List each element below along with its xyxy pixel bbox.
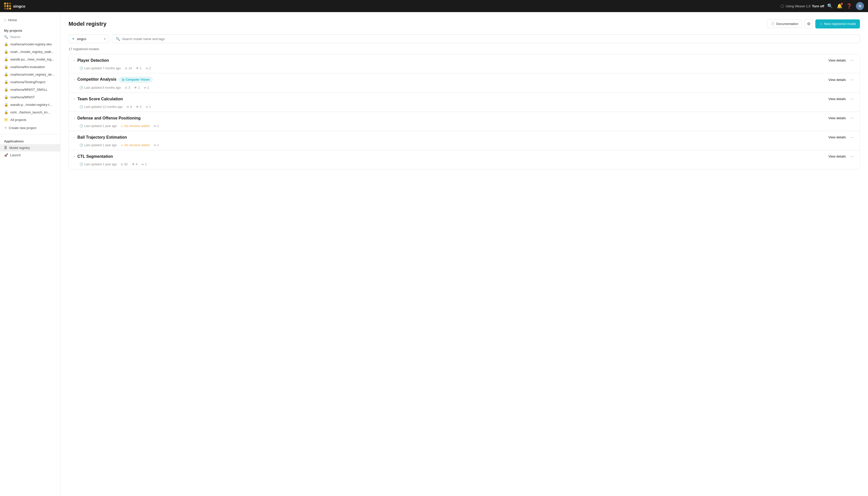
- sidebar-app-item[interactable]: 🚀Launch: [0, 152, 60, 159]
- meta-links: ⇔ 1: [141, 162, 147, 166]
- org-icon: ✦: [72, 37, 75, 41]
- link-count: 1: [149, 105, 151, 109]
- settings-button[interactable]: ⚙: [805, 19, 813, 29]
- sidebar-project-item[interactable]: 🔒noahluna/MNIST: [0, 93, 60, 101]
- expand-icon[interactable]: ›: [74, 78, 75, 81]
- model-search-input[interactable]: [122, 37, 856, 41]
- gear-icon: ⚙: [807, 22, 810, 26]
- weave-label: Using Weave 1.0: [786, 4, 810, 8]
- meta-links: ⇔ 1: [154, 143, 159, 147]
- clock-icon: 🕐: [79, 66, 83, 70]
- notifications-icon[interactable]: 🔔: [837, 3, 842, 9]
- sidebar-app-item[interactable]: 🗄Model registry: [0, 144, 60, 152]
- more-options-button[interactable]: ···: [849, 58, 855, 63]
- clock-icon: 🕐: [79, 143, 83, 147]
- versions-count: 14: [128, 66, 131, 70]
- org-name: singco: [77, 37, 87, 41]
- sidebar-project-item[interactable]: 🔒noahluna/model_registry_demo: [0, 71, 60, 78]
- model-name: Team Score Calculation: [77, 97, 826, 101]
- model-search-box[interactable]: 🔍: [112, 34, 860, 43]
- project-label: wandb-p.../model-registry-t...: [10, 103, 52, 107]
- top-navigation: singco ⬡ Using Weave 1.0 Turn off 🔍 🔔 ❓ …: [0, 0, 868, 12]
- versions-icon: ⊙: [125, 66, 127, 70]
- sidebar-project-item[interactable]: 🔒noahluna/MNIST_SMALL: [0, 86, 60, 93]
- sidebar-search[interactable]: 🔍 Search: [0, 33, 60, 40]
- sidebar-project-item[interactable]: 🔒noahluna/TestingProject: [0, 78, 60, 86]
- model-row-main: › Ball Trajectory Estimation View detail…: [69, 131, 860, 143]
- updated-text: Last updated 1 year ago: [84, 162, 117, 166]
- more-options-button[interactable]: ···: [849, 96, 855, 102]
- new-model-button[interactable]: ＋ New registered model: [815, 19, 860, 29]
- versions-icon: ⊙: [126, 105, 129, 109]
- expand-icon[interactable]: ›: [74, 117, 75, 120]
- more-options-button[interactable]: ···: [849, 154, 855, 159]
- sidebar-home[interactable]: ⌂ Home: [0, 16, 60, 24]
- sidebar-project-item[interactable]: 🔒noahluna/model-registry-dev: [0, 40, 60, 48]
- org-selector[interactable]: ✦ singco ▾: [68, 34, 109, 43]
- sidebar-home-label: Home: [8, 18, 17, 22]
- view-details-button[interactable]: View details: [828, 135, 846, 139]
- expand-icon[interactable]: ›: [74, 136, 75, 139]
- sidebar-create-project[interactable]: ＋ Create new project: [0, 124, 60, 132]
- help-icon[interactable]: ❓: [846, 3, 852, 9]
- project-label: noahluna/llm-evaluation: [10, 65, 45, 69]
- sidebar-project-item[interactable]: 🔒noahluna/llm-evaluation: [0, 63, 60, 71]
- view-details-button[interactable]: View details: [828, 78, 846, 82]
- sidebar-project-item[interactable]: 🔒wandb-pu.../new_model_log...: [0, 56, 60, 63]
- sidebar-project-item[interactable]: 🔒noah.../model_registry_walk...: [0, 48, 60, 56]
- model-actions: View details ···: [828, 58, 855, 63]
- warning-icon: ⚠: [121, 124, 123, 128]
- sidebar-applications-heading: Applications: [0, 136, 60, 144]
- app-item-icon: 🚀: [4, 153, 8, 157]
- sidebar-project-item[interactable]: 🔒wandb-p.../model-registry-t...: [0, 101, 60, 108]
- more-options-button[interactable]: ···: [849, 115, 855, 121]
- weave-turnoff-button[interactable]: Turn off: [812, 4, 824, 8]
- more-options-button[interactable]: ···: [849, 77, 855, 82]
- meta-links: ⇔ 1: [144, 86, 149, 90]
- meta-links: ⇔ 2: [146, 66, 151, 70]
- view-details-button[interactable]: View details: [828, 116, 846, 120]
- tag-icon: ◎: [122, 78, 124, 81]
- model-row-meta: 🕐 Last updated 12 months ago ⊙ 4 👁 2 ⇔ 1: [69, 105, 860, 112]
- clock-icon: 🕐: [79, 162, 83, 166]
- create-icon: ＋: [4, 125, 7, 130]
- model-row: › Ball Trajectory Estimation View detail…: [69, 131, 860, 150]
- sidebar-all-projects-label: All projects: [10, 118, 27, 122]
- model-actions: View details ···: [828, 135, 855, 140]
- app-item-label: Model registry: [9, 146, 30, 150]
- meta-updated: 🕐 Last updated 1 year ago: [79, 124, 117, 128]
- documentation-button[interactable]: 📄 Documentation: [767, 20, 802, 28]
- link-count: 1: [148, 86, 149, 90]
- user-avatar[interactable]: N: [856, 2, 864, 10]
- sidebar-project-item[interactable]: 🔒nohl.../fashion_launch_im...: [0, 108, 60, 116]
- sidebar-all-projects[interactable]: 📁 All projects: [0, 116, 60, 124]
- expand-icon[interactable]: ›: [74, 97, 75, 101]
- project-label: nohl.../fashion_launch_im...: [10, 110, 50, 114]
- model-row: › CTL Segmentation View details ··· 🕐 La…: [69, 150, 860, 169]
- view-details-button[interactable]: View details: [828, 97, 846, 101]
- model-tag: ◎ Computer Vision: [119, 77, 153, 82]
- view-details-button[interactable]: View details: [828, 155, 846, 158]
- weave-banner: ⬡ Using Weave 1.0 Turn off: [780, 4, 824, 9]
- app-logo[interactable]: singco: [4, 2, 25, 10]
- clock-icon: 🕐: [79, 124, 83, 128]
- model-row-meta: 🕐 Last updated 7 months ago ⊙ 14 👁 1 ⇔ 2: [69, 66, 860, 73]
- clock-icon: 🕐: [79, 86, 83, 90]
- model-name: CTL Segmentation: [77, 154, 826, 159]
- model-row-main: › Competitor Analysis ◎ Computer Vision …: [69, 73, 860, 86]
- meta-warning: ⚠ No versions added: [121, 143, 150, 147]
- link-count: 1: [157, 124, 159, 128]
- meta-versions: ⊙ 4: [126, 105, 132, 109]
- search-icon[interactable]: 🔍: [827, 3, 833, 9]
- project-list: 🔒noahluna/model-registry-dev🔒noah.../mod…: [0, 40, 60, 116]
- meta-updated: 🕐 Last updated 1 year ago: [79, 162, 117, 166]
- expand-icon[interactable]: ›: [74, 155, 75, 158]
- more-options-button[interactable]: ···: [849, 135, 855, 140]
- clock-icon: 🕐: [79, 105, 83, 109]
- lock-icon: 🔒: [4, 80, 8, 84]
- doc-icon: 📄: [771, 22, 775, 26]
- view-details-button[interactable]: View details: [828, 59, 846, 62]
- model-row-main: › Player Detection View details ···: [69, 54, 860, 66]
- expand-icon[interactable]: ›: [74, 59, 75, 62]
- meta-updated: 🕐 Last updated 7 months ago: [79, 66, 121, 70]
